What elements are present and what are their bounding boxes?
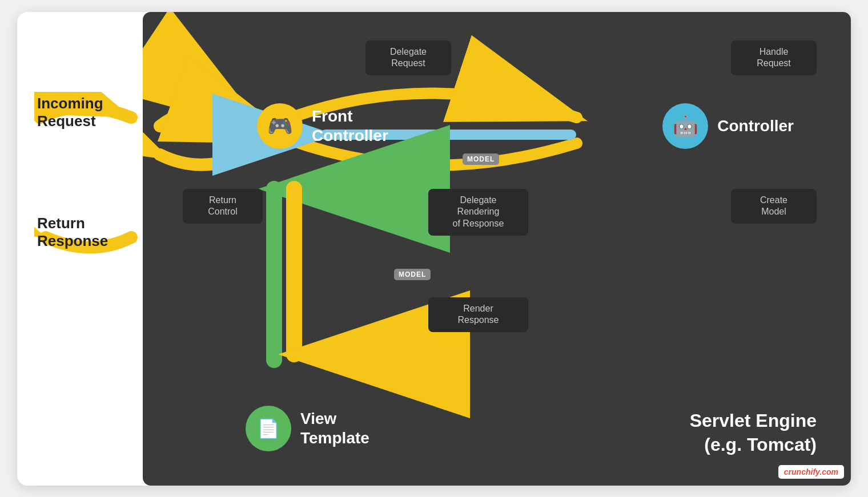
crunchify-watermark: crunchify.com <box>778 465 844 479</box>
servlet-engine-label: Servlet Engine(e.g. Tomcat) <box>690 409 817 456</box>
view-template-group: 📄 ViewTemplate <box>246 406 369 451</box>
handle-request-box: HandleRequest <box>731 41 817 76</box>
return-control-box: ReturnControl <box>183 189 263 224</box>
incoming-request-label: IncomingRequest <box>37 95 103 130</box>
front-controller-label: FrontController <box>312 107 388 145</box>
front-controller-group: 🎮 FrontController <box>257 103 388 149</box>
view-template-label: ViewTemplate <box>300 409 369 447</box>
return-response-label: ReturnResponse <box>37 215 108 250</box>
controller-label: Controller <box>717 117 794 135</box>
diagram-area: DelegateRequest HandleRequest ReturnCont… <box>143 12 851 486</box>
left-labels-area: IncomingRequest ReturnResponse <box>17 12 143 486</box>
controller-group: 🤖 Controller <box>662 103 794 149</box>
view-template-icon: 📄 <box>246 406 291 451</box>
delegate-rendering-box: DelegateRenderingof Response <box>428 189 528 236</box>
render-response-box: RenderResponse <box>428 297 528 333</box>
controller-icon: 🤖 <box>662 103 708 149</box>
front-controller-icon: 🎮 <box>257 103 303 149</box>
model-badge-top: MODEL <box>463 153 499 165</box>
model-badge-bottom: MODEL <box>394 269 431 280</box>
create-model-box: CreateModel <box>731 189 817 224</box>
delegate-request-box: DelegateRequest <box>365 41 451 76</box>
main-container: IncomingRequest ReturnResponse <box>17 12 851 486</box>
